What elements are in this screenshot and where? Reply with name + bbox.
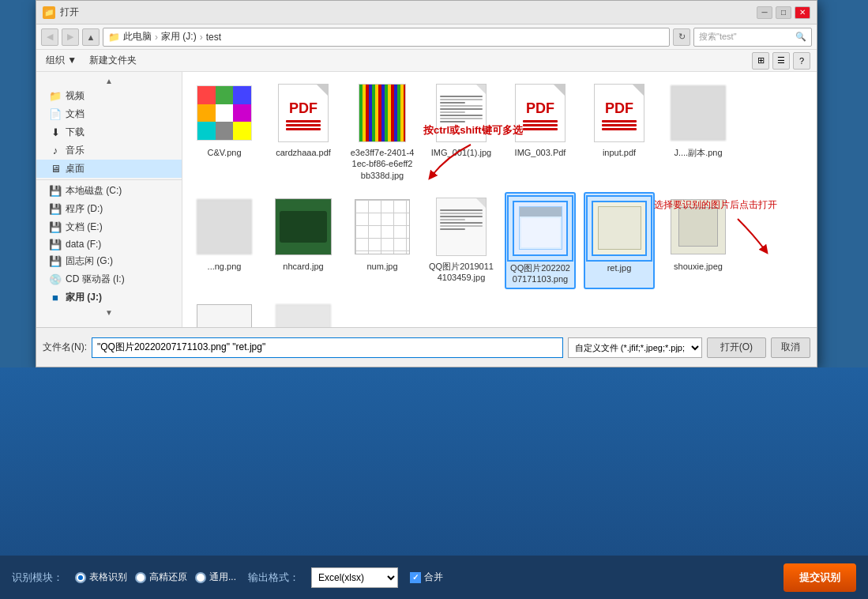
file-name-nhcard: nhcard.jpg [283,261,323,272]
merge-checkbox-item[interactable]: ✓ 合并 [410,571,443,584]
file-item-e3e3[interactable]: e3e3ff7e-2401-41ec-bf86-e6eff2bb338d.jpg [347,78,418,184]
sidebar-label-e: 文档 (E:) [66,220,103,234]
up-button[interactable]: ▲ [82,28,100,46]
sidebar-item-i[interactable]: 💿 CD 驱动器 (I:) [36,270,182,288]
search-placeholder: 搜索"test" [699,31,737,43]
sidebar-item-music[interactable]: ♪ 音乐 [36,141,182,160]
test-icon [197,304,252,327]
sidebar-item-f[interactable]: 💾 data (F:) [36,236,182,252]
filename-input[interactable]: "QQ图片20220207171103.png" "ret.jpg" [92,337,563,358]
sidebar-item-downloads[interactable]: ⬇ 下载 [36,123,182,141]
file-thumb-fuzuo [667,81,730,145]
file-item-ret[interactable]: ret.jpg [584,192,655,290]
video-icon: 📁 [49,91,62,102]
separator-2: › [200,32,203,43]
sidebar-item-docs[interactable]: 📄 文档 [36,105,182,123]
striped-icon [359,84,406,142]
merge-checkbox[interactable]: ✓ [410,572,421,583]
radio-item-table[interactable]: 表格识别 [75,571,127,584]
output-label: 输出格式： [248,571,299,585]
sidebar-item-c[interactable]: 💾 本地磁盘 (C:) [36,182,182,200]
radio-item-hd[interactable]: 高精还原 [135,571,187,584]
minimize-button[interactable]: ─ [757,6,772,19]
file-item-cardzhaaa[interactable]: PDF cardzhaaa.pdf [268,78,339,184]
qq2022-inner [519,206,562,250]
organize-button[interactable]: 组织 ▼ [43,52,80,69]
blurred-icon-fuzuo [671,85,726,141]
output-format-select[interactable]: Excel(xlsx) [311,567,398,588]
annotation-arrow-1 [423,141,487,180]
doc-lines-qq2019 [440,208,483,232]
radio-item-general[interactable]: 通用... [195,571,236,584]
forward-button[interactable]: ▶ [62,28,79,46]
search-bar[interactable]: 搜索"test" 🔍 [693,28,812,47]
file-name-num: num.jpg [366,261,397,272]
file-item-t-blur[interactable]: t.... [268,297,339,327]
annotation-arrow-2 [730,215,777,254]
sidebar-scroll-down[interactable]: ▼ [36,307,182,318]
pdf-label-input: PDF [605,100,633,117]
docs-icon: 📄 [49,109,62,120]
cancel-button[interactable]: 取消 [771,337,810,358]
sidebar-label-f: data (F:) [66,239,101,250]
sidebar-item-e[interactable]: 💾 文档 (E:) [36,218,182,236]
maximize-button[interactable]: □ [776,6,791,19]
view-details-button[interactable]: ☰ [772,52,790,70]
filetype-select[interactable]: 自定义文件 (*.jfif;*.jpeg;*.pjp; [568,337,702,358]
file-thumb-ng [193,195,256,258]
file-name-input: input.pdf [603,147,636,158]
file-thumb-qq2022 [509,197,572,260]
drive-c-icon: 💾 [49,186,62,197]
address-part-1: 此电脑 [123,30,152,43]
view-controls: ⊞ ☰ ? [752,52,810,70]
address-bar[interactable]: 📁 此电脑 › 家用 (J:) › test [103,28,670,47]
pdf-lines-img003 [523,119,558,132]
module-radio-group: 表格识别 高精还原 通用... [75,571,236,584]
new-folder-button[interactable]: 新建文件夹 [86,52,140,69]
sidebar-item-video[interactable]: 📁 视频 [36,87,182,105]
pdf-icon-input: PDF [594,84,644,142]
close-button[interactable]: ✕ [795,6,810,19]
back-button[interactable]: ◀ [41,28,58,46]
sidebar-scroll-up[interactable]: ▲ [36,75,182,87]
file-thumb-e3e3 [351,81,414,145]
file-item-test[interactable]: test.jpg [189,297,260,327]
drive-j-icon: ■ [49,292,62,303]
file-name-qq2022: QQ图片20220207171103.png [509,262,571,285]
folder-icon: 📁 [108,32,120,43]
module-label: 识别模块： [12,571,63,585]
address-toolbar: ◀ ▶ ▲ 📁 此电脑 › 家用 (J:) › test ↻ 搜索"test" … [36,24,817,50]
file-item-fuzuo[interactable]: J....副本.png [663,78,734,184]
view-list-button[interactable]: ⊞ [752,52,769,70]
file-item-qq2022[interactable]: QQ图片20220207171103.png [505,192,576,290]
submit-button[interactable]: 提交识别 [783,563,856,592]
sidebar-item-j[interactable]: ■ 家用 (J:) [36,288,182,307]
file-item-nhcard[interactable]: nhcard.jpg [268,192,339,290]
file-item-qq2019[interactable]: QQ图片20190114103459.jpg [426,192,497,290]
file-item-ng[interactable]: ...ng.png [189,192,260,290]
music-icon: ♪ [49,145,62,156]
dialog-icon: 📁 [43,6,55,19]
sidebar-label-d: 程序 (D:) [66,202,103,216]
merge-label: 合并 [424,571,443,584]
radio-label-hd: 高精还原 [149,571,187,584]
separator-1: › [155,32,158,43]
sidebar-label-desktop: 桌面 [66,162,85,175]
sidebar-item-g[interactable]: 💾 固志闲 (G:) [36,252,182,270]
open-button[interactable]: 打开(O) [707,337,766,358]
file-thumb-nhcard [272,195,335,258]
file-item-cnv[interactable]: C&V.png [189,78,260,184]
file-item-num[interactable]: num.jpg [347,192,418,290]
file-name-fuzuo: J....副本.png [674,147,722,158]
sidebar-item-desktop[interactable]: 🖥 桌面 [36,160,182,178]
file-item-input[interactable]: PDF input.pdf [584,78,655,184]
sidebar-label-music: 音乐 [66,144,85,157]
pdf-label-cardzhaaa: PDF [289,100,318,117]
bottom-bar: 文件名(N): "QQ图片20220207171103.png" "ret.jp… [36,327,817,367]
view-help-button[interactable]: ? [793,52,810,70]
sidebar-item-d[interactable]: 💾 程序 (D:) [36,200,182,218]
refresh-button[interactable]: ↻ [673,28,690,46]
checkbox-check: ✓ [412,573,419,582]
annotation-after-select: 选择要识别的图片后点击打开 [654,198,777,254]
radio-dot-hd [135,572,146,583]
